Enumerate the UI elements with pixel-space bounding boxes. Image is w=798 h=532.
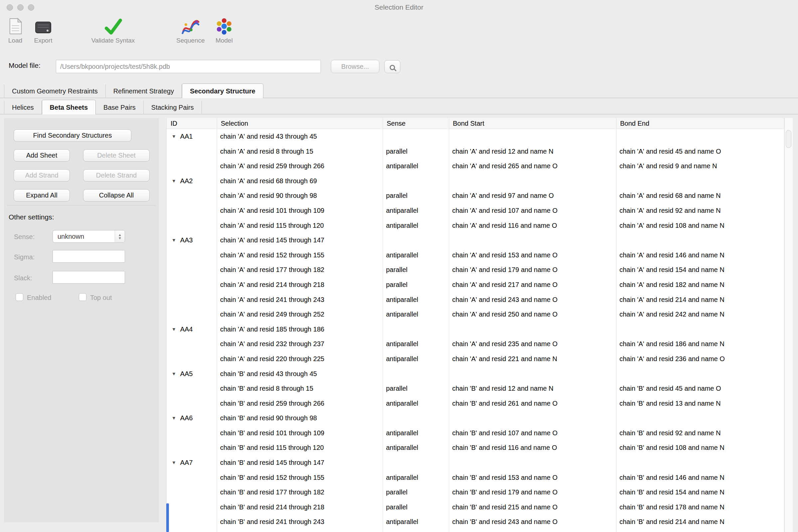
model-label: Model — [215, 37, 233, 44]
disclosure-triangle-icon[interactable]: ▼ — [172, 322, 176, 337]
selection-cell: chain 'A' and resid 249 through 252 — [217, 307, 383, 322]
bond-end-cell — [616, 366, 784, 381]
scrollbar-thumb[interactable] — [786, 130, 791, 148]
tab-beta-sheets[interactable]: Beta Sheets — [42, 100, 96, 114]
tab-stacking-pairs[interactable]: Stacking Pairs — [144, 101, 202, 114]
table-row-sheet[interactable]: ▼AA3chain 'A' and resid 145 through 147 — [167, 233, 784, 248]
disclosure-triangle-icon[interactable]: ▼ — [172, 411, 176, 425]
column-header-selection[interactable]: Selection — [217, 118, 383, 129]
table-row-strand[interactable]: chain 'A' and resid 249 through 252antip… — [167, 307, 784, 322]
disclosure-triangle-icon[interactable]: ▼ — [172, 129, 176, 144]
sheet-id: AA2 — [180, 174, 193, 189]
add-strand-button[interactable]: Add Strand — [14, 169, 70, 182]
table-row-strand[interactable]: chain 'A' and resid 90 through 98paralle… — [167, 188, 784, 203]
disclosure-triangle-icon[interactable]: ▼ — [172, 233, 176, 248]
column-header-sense[interactable]: Sense — [383, 118, 449, 129]
sense-cell: antiparallel — [383, 440, 449, 455]
id-cell — [167, 307, 217, 322]
bond-start-cell: chain 'B' and resid 243 and name O — [449, 514, 616, 529]
id-cell: ▼AA3 — [167, 233, 217, 248]
selection-cell: chain 'B' and resid 90 through 98 — [217, 411, 383, 425]
sequence-button[interactable]: Sequence — [172, 17, 209, 44]
table-row-strand[interactable]: chain 'B' and resid 241 through 243antip… — [167, 514, 784, 529]
id-cell — [167, 396, 217, 411]
bond-start-cell: chain 'A' and resid 250 and name O — [449, 307, 616, 322]
table-row-strand[interactable]: chain 'A' and resid 177 through 182paral… — [167, 262, 784, 277]
selection-cell: chain 'B' and resid 43 through 45 — [217, 366, 383, 381]
table-row-strand[interactable]: chain 'A' and resid 232 through 237antip… — [167, 337, 784, 352]
validate-syntax-button[interactable]: Validate Syntax — [85, 17, 141, 44]
tab-custom-geometry-restraints[interactable]: Custom Geometry Restraints — [4, 84, 106, 98]
sense-dropdown[interactable]: unknown ▲▼ — [53, 230, 125, 243]
tab-helices[interactable]: Helices — [4, 101, 42, 114]
collapse-all-button[interactable]: Collapse All — [83, 189, 150, 202]
disclosure-triangle-icon[interactable]: ▼ — [172, 455, 176, 470]
sense-cell: parallel — [383, 485, 449, 500]
table-row-strand[interactable]: chain 'A' and resid 8 through 15parallel… — [167, 144, 784, 159]
bond-start-cell — [449, 411, 616, 425]
table-row-strand[interactable]: chain 'A' and resid 101 through 109antip… — [167, 203, 784, 218]
table-row-strand[interactable]: chain 'A' and resid 115 through 120antip… — [167, 218, 784, 233]
table-row-sheet[interactable]: ▼AA2chain 'A' and resid 68 through 69 — [167, 174, 784, 189]
table-row-strand[interactable]: chain 'A' and resid 214 through 218paral… — [167, 277, 784, 292]
sense-cell — [383, 174, 449, 189]
add-sheet-button[interactable]: Add Sheet — [14, 149, 70, 162]
table-row-sheet[interactable]: ▼AA6chain 'B' and resid 90 through 98 — [167, 411, 784, 425]
sense-cell: antiparallel — [383, 470, 449, 485]
table-row-sheet[interactable]: ▼AA7chain 'B' and resid 145 through 147 — [167, 455, 784, 470]
slack-field[interactable] — [53, 271, 125, 284]
table-row-strand[interactable]: chain 'A' and resid 152 through 155antip… — [167, 248, 784, 263]
bond-end-cell: chain 'A' and resid 186 and name N — [616, 337, 784, 352]
tab-base-pairs[interactable]: Base Pairs — [96, 101, 144, 114]
table-row-sheet[interactable]: ▼AA5chain 'B' and resid 43 through 45 — [167, 366, 784, 381]
column-header-bond-end[interactable]: Bond End — [616, 118, 784, 129]
table-row-strand[interactable]: chain 'B' and resid 115 through 120antip… — [167, 440, 784, 455]
tab-secondary-structure[interactable]: Secondary Structure — [182, 83, 263, 98]
bond-end-cell: chain 'A' and resid 92 and name N — [616, 203, 784, 218]
find-secondary-structures-button[interactable]: Find Secondary Structures — [14, 129, 131, 141]
disclosure-triangle-icon[interactable]: ▼ — [172, 174, 176, 189]
sigma-field[interactable] — [53, 250, 125, 263]
table-row-sheet[interactable]: ▼AA4chain 'A' and resid 185 through 186 — [167, 322, 784, 337]
model-button[interactable]: Model — [211, 17, 238, 44]
table-row-strand[interactable]: chain 'B' and resid 177 through 182paral… — [167, 485, 784, 500]
export-label: Export — [34, 37, 53, 44]
other-settings-label: Other settings: — [8, 213, 54, 221]
selection-cell: chain 'B' and resid 145 through 147 — [217, 455, 383, 470]
column-header-bond-start[interactable]: Bond Start — [449, 118, 616, 129]
selection-cell: chain 'A' and resid 8 through 15 — [217, 144, 383, 159]
bond-end-cell — [616, 322, 784, 337]
load-button[interactable]: Load — [5, 17, 25, 44]
search-button[interactable] — [384, 60, 400, 73]
table-row-strand[interactable]: chain 'B' and resid 152 through 155antip… — [167, 470, 784, 485]
disclosure-triangle-icon[interactable]: ▼ — [172, 366, 176, 381]
delete-sheet-button[interactable]: Delete Sheet — [83, 149, 150, 162]
bond-start-cell: chain 'B' and resid 215 and name O — [449, 500, 616, 515]
sense-cell: parallel — [383, 262, 449, 277]
table-row-strand[interactable]: chain 'B' and resid 259 through 266antip… — [167, 396, 784, 411]
column-header-id[interactable]: ID — [167, 118, 217, 129]
table-row-strand[interactable]: chain 'A' and resid 241 through 243antip… — [167, 292, 784, 307]
sheet-id: AA5 — [180, 366, 193, 381]
table-row-strand[interactable]: chain 'B' and resid 101 through 109antip… — [167, 425, 784, 440]
table-row-sheet[interactable]: ▼AA1chain 'A' and resid 43 through 45 — [167, 129, 784, 144]
browse-button[interactable]: Browse... — [331, 60, 379, 73]
bond-end-cell: chain 'A' and resid 45 and name O — [616, 144, 784, 159]
sheet-id: AA1 — [180, 129, 193, 144]
table-row-strand[interactable]: chain 'B' and resid 8 through 15parallel… — [167, 381, 784, 396]
bond-start-cell: chain 'A' and resid 217 and name O — [449, 277, 616, 292]
selection-cell: chain 'B' and resid 177 through 182 — [217, 485, 383, 500]
vertical-scrollbar[interactable] — [784, 118, 793, 532]
top-out-checkbox[interactable] — [79, 293, 87, 301]
export-button[interactable]: Export — [32, 17, 55, 44]
table-row-strand[interactable]: chain 'B' and resid 214 through 218paral… — [167, 500, 784, 515]
sense-cell: parallel — [383, 144, 449, 159]
table-row-strand[interactable]: chain 'A' and resid 220 through 225antip… — [167, 352, 784, 366]
enabled-checkbox[interactable] — [16, 293, 23, 301]
id-cell: ▼AA7 — [167, 455, 217, 470]
expand-all-button[interactable]: Expand All — [14, 189, 70, 202]
model-file-input[interactable] — [56, 60, 321, 73]
delete-strand-button[interactable]: Delete Strand — [83, 169, 150, 182]
tab-refinement-strategy[interactable]: Refinement Strategy — [106, 84, 182, 98]
table-row-strand[interactable]: chain 'A' and resid 259 through 266antip… — [167, 158, 784, 174]
